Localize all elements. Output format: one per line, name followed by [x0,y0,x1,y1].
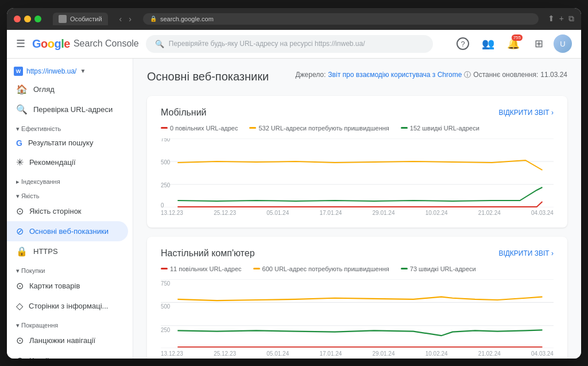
legend-slow-label: 0 повільних URL-адрес [170,125,238,132]
dx-label-8: 04.03.24 [531,350,554,357]
content-area: W https://inweb.ua/ ▼ 🏠 Огляд 🔍 Перевірк… [7,59,581,359]
site-dropdown-icon[interactable]: ▼ [80,68,86,74]
search-icon: 🔍 [155,40,164,48]
address-bar[interactable]: 🔒 search.google.com [143,13,539,25]
last-updated-label: Останнє оновлення: [473,71,538,79]
address-text: search.google.com [160,16,214,22]
sidebar: W https://inweb.ua/ ▼ 🏠 Огляд 🔍 Перевірк… [7,59,133,359]
logo: Google Search Console [32,37,139,51]
source-label: Джерело: [295,71,326,79]
sidebar-item-product-cards[interactable]: ⊙ Картки товарів [7,276,128,296]
desktop-legend-slow-dot [161,268,168,269]
x-label-3: 05.01.24 [266,210,289,216]
users-icon: 👥 [482,37,494,50]
help-button[interactable]: ? [452,33,473,54]
notifications-button[interactable]: 🔔 755 [503,33,524,54]
maximize-button[interactable] [34,16,41,22]
desktop-chart-title: Настільний комп'ютер [161,248,255,259]
mobile-open-report[interactable]: ВІДКРИТИ ЗВІТ › [498,109,554,117]
section-quality: ▾ Якість [7,189,133,201]
minimize-button[interactable] [24,16,31,22]
legend-slow-dot [161,127,168,129]
menu-icon[interactable]: ☰ [16,37,25,50]
sidebar-item-info-pages[interactable]: ◇ Сторінки з інформаці... [7,296,128,316]
circle-icon: ⊙ [16,206,24,217]
svg-text:250: 250 [161,182,171,188]
top-navigation: ☰ Google Search Console 🔍 Перевіряйте бу… [7,30,581,59]
site-selector[interactable]: W https://inweb.ua/ ▼ [7,63,133,79]
info-icon[interactable]: ⓘ [464,70,471,80]
sidebar-label-url: Перевірка URL-адреси [33,105,113,114]
logo-google: Google [32,37,70,51]
legend-slow: 0 повільних URL-адрес [161,125,238,132]
apps-icon: ⊞ [535,37,543,50]
dx-label-5: 29.01.24 [373,350,395,357]
dx-label-4: 17.01.24 [319,350,342,357]
back-arrow[interactable]: ‹ [117,13,125,25]
desktop-legend-improve-label: 600 URL-адрес потребують пришвидшення [262,265,389,272]
help-icon: ? [457,37,469,50]
sidebar-label-faq: Частіі запитання [29,356,87,359]
share-icon[interactable]: ⬆ [548,14,555,24]
faq-icon: ⊙ [16,355,24,359]
sidebar-item-page-quality[interactable]: ⊙ Якість сторінок [7,201,128,221]
sidebar-label-products: Картки товарів [29,282,80,290]
search-icon: 🔍 [16,104,28,115]
desktop-legend-fast: 73 швидкі URL-адреси [401,265,476,272]
info-icon: ◇ [16,300,23,311]
desktop-legend-slow-label: 11 повільних URL-адрес [170,265,242,272]
home-icon: 🏠 [16,84,28,95]
sidebar-item-core-vitals[interactable]: ⊘ Основні веб-показники [7,221,128,241]
browser-tabs: Особистий [53,13,108,25]
copy-icon[interactable]: ⧉ [568,14,574,24]
x-label-4: 17.01.24 [319,210,342,216]
notification-badge: 755 [512,34,523,41]
new-tab-icon[interactable]: + [559,14,564,24]
section-indexing: ▸ Індексування [7,175,133,187]
dx-label-3: 05.01.24 [266,350,289,357]
x-label-8: 04.03.24 [531,210,554,216]
section-shopping: ▾ Покупки [7,264,133,276]
sidebar-item-https[interactable]: 🔒 HTTPS [7,241,128,261]
topnav-icons: ? 👥 🔔 755 ⊞ U [452,33,572,54]
dx-label-1: 13.12.23 [161,350,183,357]
dx-label-2: 25.12.23 [214,350,236,357]
svg-text:750: 750 [161,280,171,287]
sidebar-item-overview[interactable]: 🏠 Огляд [7,79,128,99]
sidebar-item-url-inspection[interactable]: 🔍 Перевірка URL-адреси [7,99,128,120]
breadcrumb-icon: ⊙ [16,335,24,346]
avatar[interactable]: U [554,34,572,53]
forward-arrow[interactable]: › [126,13,134,25]
legend-fast: 152 швидкі URL-адреси [401,125,479,132]
data-source: Джерело: Звіт про взаємодію користувача … [295,70,567,80]
desktop-chart-svg: 750 500 250 [161,279,554,348]
apps-button[interactable]: ⊞ [528,33,549,54]
svg-text:750: 750 [161,138,171,142]
users-button[interactable]: 👥 [478,33,498,54]
sidebar-item-faq[interactable]: ⊙ Частіі запитання [7,350,128,359]
tab-item[interactable]: Особистий [53,13,108,25]
sidebar-item-search-results[interactable]: G Результати пошуку [7,134,128,152]
app-container: ☰ Google Search Console 🔍 Перевіряйте бу… [7,30,581,359]
sidebar-item-recommendations[interactable]: ✳ Рекомендації [7,152,128,172]
source-link[interactable]: Звіт про взаємодію користувача з Chrome [328,71,462,79]
search-placeholder: Перевіряйте будь-яку URL-адресу на ресур… [169,40,365,48]
legend-fast-label: 152 швидкі URL-адреси [410,125,479,132]
desktop-legend-improve: 600 URL-адрес потребують пришвидшення [253,265,389,272]
sidebar-item-breadcrumbs[interactable]: ⊙ Ланцюжки навігації [7,330,128,350]
section-improvements: ▾ Покращення [7,318,133,330]
legend-fast-dot [401,127,408,129]
close-button[interactable] [14,16,21,22]
desktop-open-report[interactable]: ВІДКРИТИ ЗВІТ › [498,249,554,257]
desktop-chart-card: Настільний комп'ютер ВІДКРИТИ ЗВІТ › 11 … [147,237,567,359]
x-label-7: 21.02.24 [478,210,501,216]
svg-text:500: 500 [161,303,171,310]
desktop-chart-header: Настільний комп'ютер ВІДКРИТИ ЗВІТ › [161,248,554,259]
lock-icon: 🔒 [16,246,28,257]
top-search-bar[interactable]: 🔍 Перевіряйте будь-яку URL-адресу на рес… [146,35,433,53]
titlebar: Особистий ‹ › 🔒 search.google.com ⬆ + ⧉ [7,8,581,30]
google-icon: G [16,138,22,148]
svg-text:250: 250 [161,326,171,333]
main-content: Основні веб-показники Джерело: Звіт про … [133,59,581,359]
mobile-chart-area: 750 500 250 0 [161,138,554,207]
